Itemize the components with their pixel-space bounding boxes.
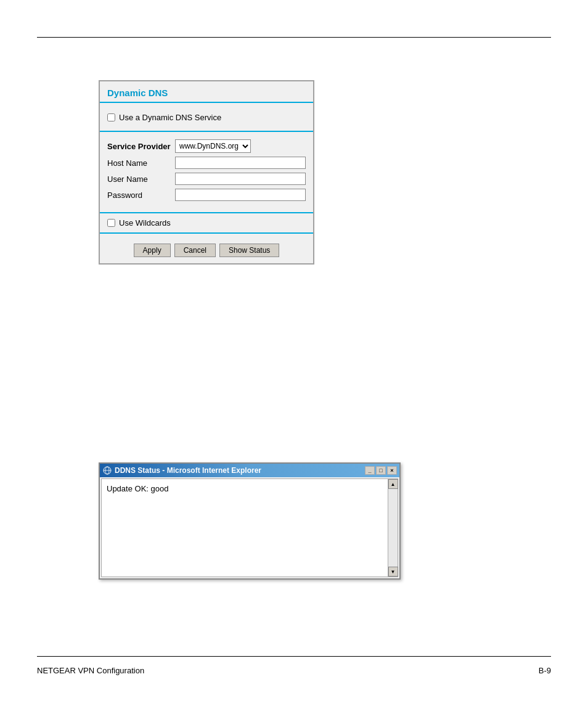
host-name-label: Host Name — [107, 158, 175, 168]
use-wildcards-checkbox[interactable] — [107, 219, 115, 227]
button-row: Apply Cancel Show Status — [100, 237, 313, 263]
use-dns-service-checkbox[interactable] — [107, 113, 115, 121]
bottom-border — [37, 656, 551, 657]
host-name-row: Host Name — [107, 157, 306, 169]
service-provider-row: Service Provider www.DynDNS.org Other — [107, 139, 306, 153]
host-name-input[interactable] — [175, 157, 306, 169]
window-controls: _ □ × — [365, 466, 397, 475]
service-provider-label: Service Provider — [107, 142, 175, 151]
scroll-up-button[interactable]: ▲ — [388, 479, 398, 489]
footer-left-text: NETGEAR VPN Configuration — [37, 666, 144, 675]
divider-1 — [100, 131, 313, 132]
ddns-status-message: Update OK: good — [107, 484, 168, 493]
ddns-titlebar: DDNS Status - Microsoft Internet Explore… — [100, 464, 399, 477]
password-row: Password — [107, 189, 306, 201]
password-label: Password — [107, 191, 175, 200]
use-wildcards-row: Use Wildcards — [100, 212, 313, 234]
user-name-row: User Name — [107, 173, 306, 185]
top-border — [37, 37, 551, 38]
password-input[interactable] — [175, 189, 306, 201]
ddns-body: Update OK: good ▲ ▼ — [101, 478, 398, 577]
minimize-button[interactable]: _ — [365, 466, 375, 475]
show-status-button[interactable]: Show Status — [219, 244, 279, 257]
user-name-input[interactable] — [175, 173, 306, 185]
browser-icon — [102, 466, 112, 475]
ddns-content-text: Update OK: good — [102, 479, 388, 577]
scrollbar-track[interactable] — [388, 489, 398, 567]
restore-button[interactable]: □ — [376, 466, 386, 475]
apply-button[interactable]: Apply — [134, 244, 171, 257]
dns-fields: Service Provider www.DynDNS.org Other Ho… — [100, 136, 313, 208]
user-name-label: User Name — [107, 174, 175, 184]
dynamic-dns-panel: Dynamic DNS Use a Dynamic DNS Service Se… — [99, 80, 314, 265]
service-provider-select[interactable]: www.DynDNS.org Other — [175, 139, 251, 153]
use-dns-service-label: Use a Dynamic DNS Service — [119, 113, 221, 122]
ddns-status-window: DDNS Status - Microsoft Internet Explore… — [99, 462, 401, 580]
use-wildcards-label: Use Wildcards — [119, 218, 171, 228]
panel-title: Dynamic DNS — [100, 81, 313, 103]
scrollbar: ▲ ▼ — [388, 479, 398, 577]
close-button[interactable]: × — [387, 466, 397, 475]
cancel-button[interactable]: Cancel — [174, 244, 216, 257]
scroll-down-button[interactable]: ▼ — [388, 567, 398, 577]
use-dns-service-row: Use a Dynamic DNS Service — [100, 108, 313, 127]
ddns-window-title: DDNS Status - Microsoft Internet Explore… — [115, 466, 362, 475]
footer-right-text: B-9 — [539, 666, 551, 675]
